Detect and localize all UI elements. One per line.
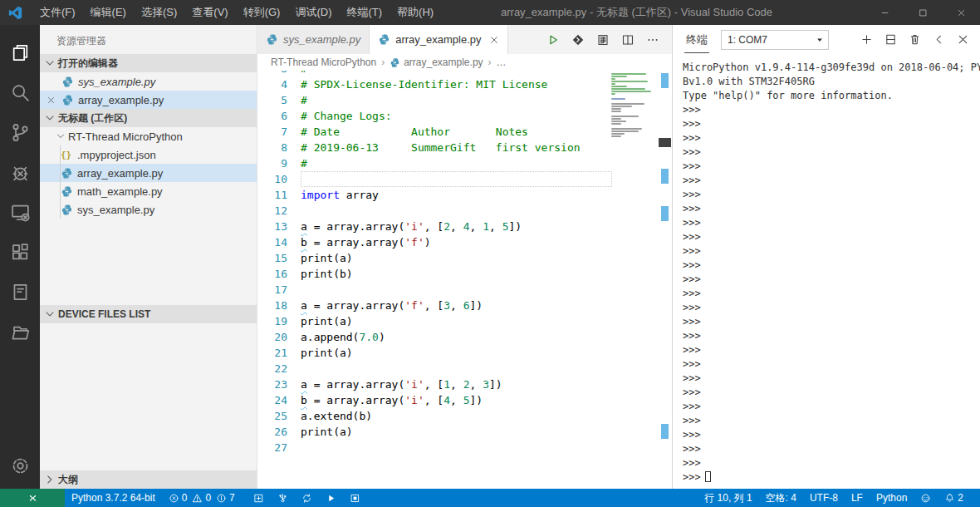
tree-file-item[interactable]: array_example.py [40,164,257,182]
chip-file-icon[interactable] [590,25,615,54]
menu-item[interactable]: 编辑(E) [83,0,134,25]
breadcrumb-item[interactable]: RT-Thread MicroPython [271,57,376,68]
section-device-files[interactable]: DEVICE FILES LIST [40,305,257,323]
section-open-editors[interactable]: 打开的编辑器 [40,54,257,72]
sync-button[interactable] [295,489,319,507]
line-number[interactable]: 27 [257,440,301,455]
encoding[interactable]: UTF-8 [803,489,845,507]
line-number[interactable]: 22 [257,361,301,377]
explorer-icon[interactable] [0,32,40,72]
code-line: 25a.extend(b) [257,408,672,424]
more-actions-icon[interactable] [640,25,665,54]
line-number[interactable]: 21 [257,345,301,361]
line-number[interactable]: 7 [257,124,301,140]
connect-device-button[interactable] [271,489,295,507]
problems[interactable]: 007 [162,489,247,507]
indentation[interactable]: 空格: 4 [759,489,803,507]
eol[interactable]: LF [845,489,870,507]
gear-icon[interactable] [0,445,40,485]
line-number[interactable]: 17 [257,282,301,298]
add-terminal-icon[interactable] [855,25,879,54]
source-control-icon[interactable] [0,112,40,152]
line-number[interactable]: 11 [257,187,301,203]
stop-button[interactable] [343,489,367,507]
code-token: 1 [443,378,450,391]
line-number[interactable]: 3 [257,71,301,76]
section-outline[interactable]: 大纲 [40,470,257,489]
line-number[interactable]: 15 [257,250,301,266]
code-token: a.append( [301,331,359,343]
debug-icon[interactable] [0,152,40,192]
line-number[interactable]: 8 [257,140,301,155]
line-number[interactable]: 12 [257,203,301,219]
close-icon[interactable] [489,35,499,45]
line-number[interactable]: 26 [257,424,301,440]
folder-opened-icon[interactable] [0,312,40,352]
tree-file-item[interactable]: {}.mpyproject.json [40,145,257,164]
notebook-icon[interactable] [0,272,40,312]
menu-item[interactable]: 帮助(H) [390,0,441,25]
open-editor-item[interactable]: sys_example.py [40,72,257,91]
close-panel-icon[interactable] [951,25,975,54]
close-icon[interactable] [40,96,61,105]
notifications-bell[interactable]: 2 [938,489,975,507]
line-number[interactable]: 4 [257,76,301,92]
menu-item[interactable]: 文件(F) [32,0,83,25]
menu-item[interactable]: 调试(D) [287,0,339,25]
line-number[interactable]: 14 [257,234,301,250]
line-number[interactable]: 23 [257,377,301,392]
run-icon[interactable] [541,25,566,54]
cursor-position[interactable]: 行 10, 列 1 [698,489,758,507]
remote-indicator[interactable] [0,489,65,507]
terminal-selector[interactable]: 1: COM7 [721,30,829,50]
section-workspace[interactable]: 无标题 (工作区) [40,109,257,127]
terminal-prompt-line: >>> [683,230,980,244]
tab-array_example.py[interactable]: array_example.py [370,25,507,54]
line-number[interactable]: 20 [257,329,301,345]
run-button[interactable] [319,489,343,507]
line-number[interactable]: 16 [257,266,301,282]
search-icon[interactable] [0,72,40,112]
line-number[interactable]: 19 [257,313,301,329]
terminal-output[interactable]: MicroPython v1.9.4-114-g309fe39d on 2018… [673,54,980,489]
remote-icon[interactable] [0,192,40,232]
open-editor-item[interactable]: array_example.py [40,91,257,109]
line-number[interactable]: 5 [257,92,301,108]
breadcrumb-item[interactable]: … [497,57,507,68]
scrollbar-handle[interactable] [659,138,671,147]
tab-sys_example.py[interactable]: sys_example.py [257,25,370,54]
tree-file-item[interactable]: math_example.py [40,182,257,200]
minimize-button[interactable] [865,0,904,25]
code-editor[interactable]: 3#4# SPDX-License-Identifier: MIT Licens… [257,71,672,489]
tree-folder-rt-thread[interactable]: RT-Thread MicroPython [40,127,257,145]
feedback-smiley[interactable] [914,489,938,507]
line-number[interactable]: 25 [257,408,301,424]
line-number[interactable]: 13 [257,219,301,234]
split-editor-icon[interactable] [615,25,640,54]
split-terminal-icon[interactable] [879,25,903,54]
download-device-icon[interactable] [566,25,590,54]
kill-terminal-icon[interactable] [903,25,927,54]
tree-file-item[interactable]: sys_example.py [40,200,257,219]
menu-item[interactable]: 选择(S) [134,0,184,25]
breadcrumb-item[interactable]: array_example.py [404,57,483,68]
tab-terminal[interactable]: 终端 [684,26,709,53]
language-mode[interactable]: Python [870,489,914,507]
chevron-left-icon[interactable] [927,25,951,54]
terminal-prompt-line: >>> [683,103,980,117]
maximize-button[interactable] [904,0,942,25]
line-number[interactable]: 9 [257,155,301,171]
line-number[interactable]: 24 [257,392,301,408]
menu-item[interactable]: 查看(V) [184,0,235,25]
overview-ruler[interactable] [658,71,672,489]
line-number[interactable]: 6 [257,108,301,124]
new-project-button[interactable] [247,489,271,507]
extensions-icon[interactable] [0,232,40,272]
menu-item[interactable]: 终端(T) [339,0,390,25]
menu-item[interactable]: 转到(G) [236,0,288,25]
python-interpreter[interactable]: Python 3.7.2 64-bit [65,489,162,507]
line-number[interactable]: 10 [257,171,301,187]
line-number[interactable]: 18 [257,298,301,313]
minimap[interactable] [611,73,656,140]
close-button[interactable] [942,0,980,25]
